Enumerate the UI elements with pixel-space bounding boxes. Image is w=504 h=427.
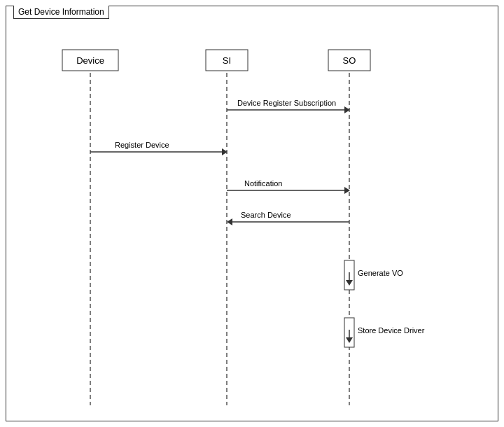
svg-marker-7 <box>222 148 227 155</box>
svg-marker-13 <box>227 218 232 225</box>
svg-text:SO: SO <box>343 55 356 66</box>
svg-rect-23 <box>62 50 118 71</box>
svg-marker-10 <box>344 187 350 194</box>
diagram-title: Get Device Information <box>13 6 109 19</box>
diagram-container: Get Device Information Device Register S… <box>6 6 498 421</box>
svg-text:Device: Device <box>76 55 104 66</box>
svg-text:Search Device: Search Device <box>241 211 291 219</box>
svg-marker-21 <box>346 337 353 343</box>
svg-text:Generate VO: Generate VO <box>358 269 403 277</box>
diagram-svg: Device Register Subscription Register De… <box>6 6 498 421</box>
svg-marker-17 <box>346 280 353 286</box>
svg-text:Device Register Subscription: Device Register Subscription <box>237 99 336 107</box>
svg-marker-4 <box>344 106 350 113</box>
svg-rect-27 <box>328 50 370 71</box>
svg-text:SI: SI <box>223 55 231 66</box>
svg-rect-25 <box>206 50 248 71</box>
svg-text:Notification: Notification <box>244 179 282 188</box>
svg-text:Store Device Driver: Store Device Driver <box>358 326 425 335</box>
svg-text:Register Device: Register Device <box>115 141 169 149</box>
svg-rect-19 <box>344 318 354 347</box>
svg-rect-15 <box>344 260 354 290</box>
